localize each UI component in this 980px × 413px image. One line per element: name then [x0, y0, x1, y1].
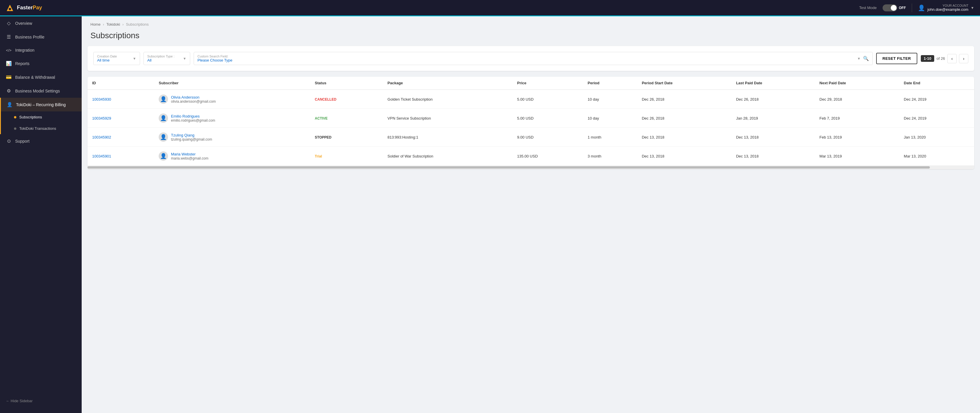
status-badge: Trial [315, 154, 322, 158]
balance-icon: 💳 [6, 75, 12, 80]
nav-right: Test Mode OFF 👤 YOUR ACCOUNT john.doe@ex… [859, 3, 974, 12]
content-area: Home › Tokidoki › Subscriptions Subscrip… [82, 16, 980, 413]
cell-status: CANCELLED [310, 89, 383, 109]
cell-period-start: Dec 26, 2018 [637, 109, 731, 128]
cell-subscriber: 👤 Olivia Andersson olivia.andersson@gmai… [154, 89, 310, 109]
test-mode-toggle[interactable]: OFF [883, 5, 906, 11]
subscription-type-dropdown[interactable]: Subscription Type : All ▼ [143, 52, 190, 65]
scrollbar-thumb [88, 166, 930, 168]
sidebar-item-integration[interactable]: </> Integration [0, 44, 82, 57]
breadcrumb-sep-2: › [123, 22, 124, 27]
custom-search-label: Custom Search Field: [197, 54, 855, 58]
cell-id: 100345929 [88, 109, 154, 128]
sidebar-item-tokidoki-transactions[interactable]: TokiDoki Transactions [1, 123, 82, 134]
overview-icon: ◇ [6, 21, 12, 26]
subscriber-name: Tzuling Qiang [171, 133, 212, 137]
hide-sidebar-button[interactable]: ← Hide Sidebar [0, 395, 82, 407]
subscription-id-link[interactable]: 100345902 [92, 135, 111, 140]
breadcrumb-subscriptions: Subscriptions [126, 22, 149, 27]
cell-next-paid: Feb 13, 2019 [815, 128, 899, 147]
subscriber-email: maria.webs@gmail.com [171, 156, 208, 160]
subscriber-name: Maria Webster [171, 152, 208, 156]
cell-price: 135.00 USD [512, 147, 583, 166]
col-package: Package [383, 77, 512, 89]
breadcrumb-home[interactable]: Home [91, 22, 100, 27]
custom-search-value: Please Choose Type [197, 58, 855, 62]
creation-date-dropdown[interactable]: Creation Date All time ▼ [93, 52, 140, 65]
custom-search-box[interactable]: Custom Search Field: Please Choose Type … [194, 52, 873, 65]
active-dot [14, 116, 16, 118]
sidebar-item-overview[interactable]: ◇ Overview [0, 16, 82, 30]
breadcrumb-tokidoki[interactable]: Tokidoki [107, 22, 120, 27]
filter-card: Creation Date All time ▼ Subscription Ty… [88, 46, 974, 71]
sidebar-item-support[interactable]: ⊙ Support [0, 134, 82, 148]
pagination-next-button[interactable]: › [959, 54, 968, 63]
horizontal-scrollbar[interactable] [88, 166, 974, 169]
search-icon[interactable]: 🔍 [863, 56, 869, 61]
toggle-switch[interactable] [883, 5, 897, 11]
sidebar-item-business-model-settings[interactable]: ⚙ Business Model Settings [0, 84, 82, 98]
avatar: 👤 [159, 94, 168, 104]
sidebar-item-business-profile[interactable]: ☰ Business Profile [0, 30, 82, 44]
subscriber-email: emilio.rodrigues@gmail.com [171, 118, 215, 122]
sidebar-item-label: Overview [15, 21, 32, 25]
table-container: ID Subscriber Status Package Price Perio… [88, 77, 974, 169]
cell-date-end: Jan 13, 2020 [899, 128, 974, 147]
sidebar-item-label: Reports [15, 61, 29, 66]
col-date-end: Date End [899, 77, 974, 89]
pagination-total: of 26 [937, 56, 945, 61]
sidebar-group-label: TokiDoki – Recurring Billing [16, 102, 65, 107]
cell-status: STOPPED [310, 128, 383, 147]
reset-filter-button[interactable]: RESET FILTER [876, 53, 917, 64]
cell-package: VPN Service Subscription [383, 109, 512, 128]
sidebar-item-reports[interactable]: 📊 Reports [0, 57, 82, 70]
hide-sidebar-label: ← Hide Sidebar [6, 399, 33, 403]
main-layout: ◇ Overview ☰ Business Profile </> Integr… [0, 16, 980, 413]
support-icon: ⊙ [6, 138, 12, 144]
subscription-id-link[interactable]: 100345901 [92, 154, 111, 158]
table-header-row: ID Subscriber Status Package Price Perio… [88, 77, 974, 89]
pagination-prev-button[interactable]: ‹ [947, 54, 957, 63]
sidebar-item-label: Integration [15, 48, 34, 52]
table-row: 100345902 👤 Tzuling Qiang tzuling.quaing… [88, 128, 974, 147]
tokidoki-transactions-label: TokiDoki Transactions [19, 126, 56, 131]
sidebar-group-header[interactable]: 👤 TokiDoki – Recurring Billing [1, 98, 82, 111]
col-price: Price [512, 77, 583, 89]
toggle-knob [891, 5, 897, 11]
account-menu[interactable]: 👤 YOUR ACCOUNT john.doe@example.com ▼ [918, 4, 974, 12]
subscription-id-link[interactable]: 100345930 [92, 97, 111, 102]
svg-point-1 [9, 8, 11, 10]
col-last-paid-date: Last Paid Date [732, 77, 815, 89]
cell-status: ACTIVE [310, 109, 383, 128]
filter-row: Creation Date All time ▼ Subscription Ty… [93, 52, 968, 65]
status-badge: ACTIVE [315, 116, 328, 121]
account-email: john.doe@example.com [928, 7, 968, 12]
cell-period: 10 day [583, 109, 637, 128]
cell-date-end: Dec 24, 2019 [899, 109, 974, 128]
subscription-id-link[interactable]: 100345929 [92, 116, 111, 121]
subscriber-name: Olivia Andersson [171, 95, 216, 100]
sidebar-item-subscriptions[interactable]: Subscriptions [1, 111, 82, 123]
cell-subscriber: 👤 Emilio Rodrigues emilio.rodrigues@gmai… [154, 109, 310, 128]
breadcrumb-sep-1: › [103, 22, 104, 27]
cell-id: 100345930 [88, 89, 154, 109]
cell-last-paid: Dec 13, 2018 [732, 147, 815, 166]
table-row: 100345901 👤 Maria Webster maria.webs@gma… [88, 147, 974, 166]
subscription-type-label: Subscription Type : [147, 54, 181, 58]
col-status: Status [310, 77, 383, 89]
tokidoki-icon: 👤 [7, 102, 13, 107]
top-navigation: FasterPay Test Mode OFF 👤 YOUR ACCOUNT j… [0, 0, 980, 16]
cell-status: Trial [310, 147, 383, 166]
creation-date-label: Creation Date [97, 54, 130, 58]
sidebar-item-balance-withdrawal[interactable]: 💳 Balance & Withdrawal [0, 70, 82, 84]
chevron-down-icon: ▼ [133, 57, 136, 61]
cell-package: 813:993:Hosting:1 [383, 128, 512, 147]
cell-next-paid: Mar 13, 2019 [815, 147, 899, 166]
chevron-down-icon: ▼ [857, 57, 861, 61]
business-profile-icon: ☰ [6, 34, 12, 40]
chevron-down-icon: ▼ [183, 57, 186, 61]
cell-date-end: Dec 24, 2019 [899, 89, 974, 109]
pagination-range: 1-10 [921, 55, 934, 62]
logo[interactable]: FasterPay [6, 4, 42, 12]
avatar: 👤 [159, 113, 168, 123]
